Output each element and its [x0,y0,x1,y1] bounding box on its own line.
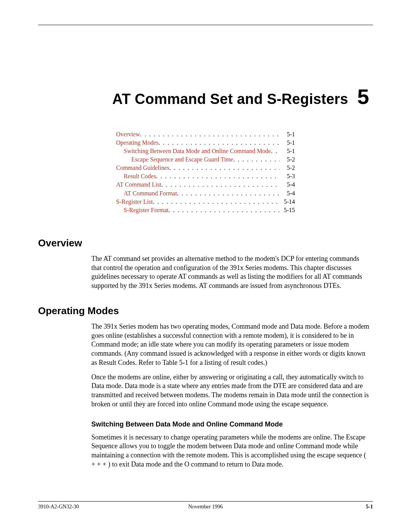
toc-entry[interactable]: Escape Sequence and Escape Guard Time5-2 [116,155,295,164]
chapter-title: AT Command Set and S-Registers [112,91,348,107]
operating-modes-paragraph-2: Once the modems are online, either by an… [91,373,370,409]
toc-leader [177,189,280,198]
page-footer: 3910-A2-GN32-30 November 1996 5-1 [38,501,373,510]
toc-entry[interactable]: Overview5-1 [116,130,295,139]
footer-row: 3910-A2-GN32-30 November 1996 5-1 [38,504,373,510]
toc-entry-label: AT Command List [116,181,161,189]
toc-entry[interactable]: S-Register Format5-15 [116,206,295,214]
toc-entry[interactable]: Command Guidelines5-2 [116,164,295,172]
toc-leader [140,130,280,139]
toc-entry[interactable]: AT Command Format5-4 [116,189,295,198]
toc-entry-page: 5-2 [280,155,295,164]
chapter-header: AT Command Set and S-Registers 5 [38,86,373,107]
operating-modes-paragraph-1: The 391x Series modem has two operating … [91,322,370,367]
toc-leader [161,181,280,189]
toc-entry[interactable]: Result Codes5-3 [116,172,295,181]
toc-entry-page: 5-4 [280,181,295,189]
toc-entry-label: Command Guidelines [116,164,169,172]
switching-paragraph: Sometimes it is necessary to change oper… [91,433,370,469]
chapter-number: 5 [357,86,369,107]
footer-rule [38,501,373,502]
toc-leader [153,198,280,206]
toc-leader [271,147,280,155]
page: AT Command Set and S-Registers 5 Overvie… [0,0,411,532]
toc-entry-label: AT Command Format [124,189,177,198]
toc-entry-label: Overview [116,130,140,139]
toc-leader [156,172,280,181]
toc-entry-page: 5-2 [280,164,295,172]
top-rule [38,25,373,25]
toc-entry-page: 5-1 [280,130,295,139]
toc-entry-label: Switching Between Data Mode and Online C… [124,147,271,155]
footer-doc-id: 3910-A2-GN32-30 [38,504,79,510]
section-heading-operating-modes: Operating Modes [38,305,373,317]
toc-leader [169,164,280,172]
toc-entry[interactable]: Operating Modes5-1 [116,139,295,147]
toc-entry-page: 5-1 [280,139,295,147]
toc-entry-label: S-Register Format [124,206,169,214]
toc-entry-page: 5-4 [280,189,295,198]
footer-page-number: 5-1 [366,504,373,510]
table-of-contents: Overview5-1Operating Modes5-1Switching B… [116,130,295,214]
overview-paragraph: The AT command set provides an alternati… [91,254,370,291]
toc-entry-label: S-Register List [116,198,153,206]
toc-entry[interactable]: Switching Between Data Mode and Online C… [116,147,295,155]
toc-leader [159,139,280,147]
toc-entry-page: 5-3 [280,172,295,181]
toc-entry[interactable]: S-Register List5-14 [116,198,295,206]
toc-entry-label: Operating Modes [116,139,159,147]
section-heading-overview: Overview [38,237,373,249]
toc-entry-page: 5-14 [280,198,295,206]
footer-date: November 1996 [188,504,223,510]
toc-leader [169,206,280,214]
toc-leader [233,155,280,164]
toc-entry-label: Result Codes [124,172,156,181]
subsection-heading-switching: Switching Between Data Mode and Online C… [91,420,373,428]
toc-entry[interactable]: AT Command List5-4 [116,181,295,189]
toc-entry-page: 5-15 [280,206,295,214]
toc-entry-page: 5-1 [280,147,295,155]
toc-entry-label: Escape Sequence and Escape Guard Time [131,155,233,164]
